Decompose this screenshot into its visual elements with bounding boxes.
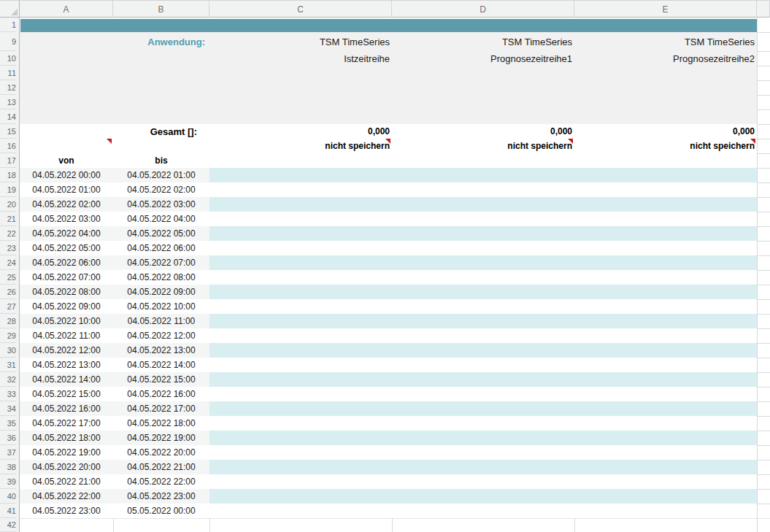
cell-app-d[interactable]: TSM TimeSeries — [392, 32, 574, 51]
column-header-c[interactable]: C — [209, 1, 392, 18]
select-all-corner[interactable] — [0, 0, 20, 18]
row-header-27[interactable]: 27 — [0, 299, 16, 314]
row-header-12[interactable]: 12 — [0, 80, 16, 95]
cell-bis[interactable]: 04.05.2022 10:00 — [113, 299, 209, 314]
cell-von[interactable]: 04.05.2022 05:00 — [20, 241, 113, 255]
row-header-39[interactable]: 39 — [0, 474, 16, 489]
cell-bis[interactable]: 04.05.2022 09:00 — [113, 285, 209, 299]
row-header-40[interactable]: 40 — [0, 489, 16, 504]
row-header-23[interactable]: 23 — [0, 241, 16, 255]
row-header-22[interactable]: 22 — [0, 226, 16, 241]
cell-bis[interactable]: 04.05.2022 22:00 — [113, 474, 209, 489]
cell-von[interactable]: 04.05.2022 23:00 — [20, 504, 113, 518]
cell-bis[interactable]: 04.05.2022 17:00 — [113, 401, 209, 416]
cell-von[interactable]: 04.05.2022 14:00 — [20, 372, 113, 387]
value-cells-row[interactable] — [209, 431, 757, 445]
cell-bis[interactable]: 04.05.2022 06:00 — [113, 241, 209, 255]
row-header-30[interactable]: 30 — [0, 343, 16, 358]
cell-bis[interactable]: 04.05.2022 04:00 — [113, 212, 209, 226]
row-header-28[interactable]: 28 — [0, 314, 16, 328]
cell-save-note-e[interactable]: nicht speichern — [574, 139, 757, 153]
row-header-18[interactable]: 18 — [0, 168, 16, 182]
cell-von[interactable]: 04.05.2022 01:00 — [20, 182, 113, 197]
row-header-29[interactable]: 29 — [0, 328, 16, 343]
cell-bis[interactable]: 04.05.2022 05:00 — [113, 226, 209, 241]
cell-von[interactable]: 04.05.2022 12:00 — [20, 343, 113, 358]
row-header-26[interactable]: 26 — [0, 285, 16, 299]
cell-von[interactable]: 04.05.2022 02:00 — [20, 197, 113, 212]
row-header-13[interactable]: 13 — [0, 95, 16, 109]
cell-bis[interactable]: 04.05.2022 13:00 — [113, 343, 209, 358]
row-header-21[interactable]: 21 — [0, 212, 16, 226]
value-cells-row[interactable] — [209, 460, 757, 474]
value-cells-row[interactable] — [209, 489, 757, 504]
cell-total-c[interactable]: 0,000 — [209, 124, 392, 139]
row-header-20[interactable]: 20 — [0, 197, 16, 212]
cell-bis[interactable]: 04.05.2022 11:00 — [113, 314, 209, 328]
row-header-25[interactable]: 25 — [0, 270, 16, 285]
cell-von[interactable]: 04.05.2022 06:00 — [20, 255, 113, 270]
cell-save-note-c[interactable]: nicht speichern — [209, 139, 392, 153]
cell-app-e[interactable]: TSM TimeSeries — [574, 32, 757, 51]
cell-von[interactable]: 04.05.2022 16:00 — [20, 401, 113, 416]
cell-von[interactable]: 04.05.2022 18:00 — [20, 431, 113, 445]
cell-von[interactable]: 04.05.2022 07:00 — [20, 270, 113, 285]
cell-bis[interactable]: 04.05.2022 14:00 — [113, 358, 209, 372]
cell-von-header[interactable]: von — [20, 153, 113, 168]
value-cells-row[interactable] — [209, 285, 757, 299]
cell-von[interactable]: 04.05.2022 17:00 — [20, 416, 113, 431]
cell-series-name-c[interactable]: Istzeitreihe — [209, 51, 392, 66]
cell-bis[interactable]: 04.05.2022 18:00 — [113, 416, 209, 431]
column-header-d[interactable]: D — [392, 1, 574, 18]
cell-von[interactable]: 04.05.2022 00:00 — [20, 168, 113, 182]
cell-bis[interactable]: 04.05.2022 03:00 — [113, 197, 209, 212]
cell-von[interactable]: 04.05.2022 08:00 — [20, 285, 113, 299]
cell-bis[interactable]: 04.05.2022 23:00 — [113, 489, 209, 504]
cell-von[interactable]: 04.05.2022 15:00 — [20, 387, 113, 401]
cell-von[interactable]: 04.05.2022 03:00 — [20, 212, 113, 226]
cell-von[interactable]: 04.05.2022 11:00 — [20, 328, 113, 343]
row-header-16[interactable]: 16 — [0, 139, 16, 153]
column-header-a[interactable]: A — [20, 1, 113, 18]
cell-von[interactable]: 04.05.2022 22:00 — [20, 489, 113, 504]
row-header-34[interactable]: 34 — [0, 401, 16, 416]
row-header-19[interactable]: 19 — [0, 182, 16, 197]
cell-bis-header[interactable]: bis — [113, 153, 209, 168]
cell-bis[interactable]: 04.05.2022 12:00 — [113, 328, 209, 343]
title-bar-row1[interactable] — [20, 19, 757, 32]
cell-total-d[interactable]: 0,000 — [392, 124, 574, 139]
row-header-15[interactable]: 15 — [0, 124, 16, 139]
cell-app-c[interactable]: TSM TimeSeries — [209, 32, 392, 51]
value-cells-row[interactable] — [209, 372, 757, 387]
row-header-37[interactable]: 37 — [0, 445, 16, 460]
value-cells-row[interactable] — [209, 168, 757, 182]
row-header-38[interactable]: 38 — [0, 460, 16, 474]
row-header-36[interactable]: 36 — [0, 431, 16, 445]
value-cells-row[interactable] — [209, 314, 757, 328]
cell-von[interactable]: 04.05.2022 13:00 — [20, 358, 113, 372]
cell-save-note-d[interactable]: nicht speichern — [392, 139, 574, 153]
row-header-42[interactable]: 42 — [0, 518, 16, 532]
value-cells-row[interactable] — [209, 401, 757, 416]
cell-von[interactable]: 04.05.2022 21:00 — [20, 474, 113, 489]
cell-bis[interactable]: 04.05.2022 21:00 — [113, 460, 209, 474]
row-header-31[interactable]: 31 — [0, 358, 16, 372]
cell-bis[interactable]: 04.05.2022 20:00 — [113, 445, 209, 460]
cell-bis[interactable]: 04.05.2022 15:00 — [113, 372, 209, 387]
value-cells-row[interactable] — [209, 226, 757, 241]
row-header-11[interactable]: 11 — [0, 66, 16, 80]
row-header-17[interactable]: 17 — [0, 153, 16, 168]
row-header-32[interactable]: 32 — [0, 372, 16, 387]
column-header-partial[interactable] — [757, 1, 770, 18]
row-header-10[interactable]: 10 — [0, 51, 16, 66]
cell-bis[interactable]: 04.05.2022 07:00 — [113, 255, 209, 270]
row-header-1[interactable]: 1 — [0, 18, 16, 32]
cell-bis[interactable]: 04.05.2022 02:00 — [113, 182, 209, 197]
value-cells-row[interactable] — [209, 255, 757, 270]
cell-von[interactable]: 04.05.2022 10:00 — [20, 314, 113, 328]
row-header-24[interactable]: 24 — [0, 255, 16, 270]
row-header-41[interactable]: 41 — [0, 504, 16, 518]
cell-bis[interactable]: 04.05.2022 08:00 — [113, 270, 209, 285]
cell-bis[interactable]: 04.05.2022 01:00 — [113, 168, 209, 182]
value-cells-row[interactable] — [209, 197, 757, 212]
